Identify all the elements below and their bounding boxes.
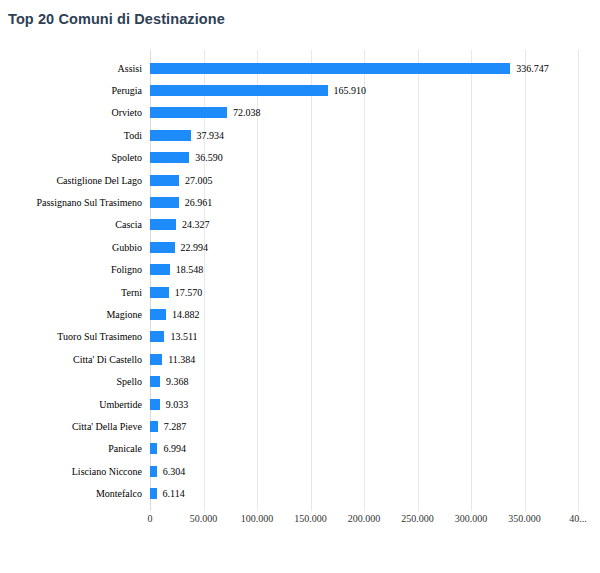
bar[interactable] (150, 309, 166, 320)
bar[interactable] (150, 488, 157, 499)
value-label: 18.548 (176, 264, 204, 275)
bar[interactable] (150, 421, 158, 432)
bar[interactable] (150, 287, 169, 298)
value-label: 36.590 (195, 152, 223, 163)
bar-row: Spello9.368 (0, 371, 600, 393)
bar[interactable] (150, 63, 510, 74)
bar-chart: Top 20 Comuni di Destinazione Assisi336.… (0, 0, 600, 573)
value-label: 24.327 (182, 219, 210, 230)
bar-row: Tuoro Sul Trasimeno13.511 (0, 326, 600, 348)
bar-rows: Assisi336.747Perugia165.910Orvieto72.038… (0, 57, 600, 505)
bar-row: Magione14.882 (0, 303, 600, 325)
value-label: 6.114 (163, 488, 185, 499)
value-label: 14.882 (172, 309, 200, 320)
bar[interactable] (150, 331, 164, 342)
bar-row: Castiglione Del Lago27.005 (0, 169, 600, 191)
value-label: 6.994 (163, 443, 186, 454)
x-tick-label: 100.000 (241, 513, 274, 524)
value-label: 17.570 (175, 287, 203, 298)
category-label: Castiglione Del Lago (0, 175, 150, 186)
value-label: 26.961 (185, 197, 213, 208)
category-label: Passignano Sul Trasimeno (0, 197, 150, 208)
bar[interactable] (150, 219, 176, 230)
bar[interactable] (150, 130, 191, 141)
value-label: 165.910 (334, 85, 367, 96)
bar[interactable] (150, 197, 179, 208)
value-label: 13.511 (170, 331, 197, 342)
bar[interactable] (150, 152, 189, 163)
category-label: Magione (0, 309, 150, 320)
bar-row: Umbertide9.033 (0, 393, 600, 415)
category-label: Umbertide (0, 399, 150, 410)
bar-row: Orvieto72.038 (0, 102, 600, 124)
x-tick-label: 50.000 (190, 513, 218, 524)
bar-row: Foligno18.548 (0, 259, 600, 281)
x-tick-label: 40... (569, 513, 587, 524)
bar[interactable] (150, 466, 157, 477)
bar[interactable] (150, 399, 160, 410)
value-label: 11.384 (168, 354, 195, 365)
category-label: Todi (0, 130, 150, 141)
category-label: Citta' Di Castello (0, 354, 150, 365)
bar-row: Perugia165.910 (0, 79, 600, 101)
bar[interactable] (150, 85, 328, 96)
bar[interactable] (150, 376, 160, 387)
bar[interactable] (150, 443, 157, 454)
category-label: Spoleto (0, 152, 150, 163)
value-label: 9.033 (166, 399, 189, 410)
value-label: 336.747 (516, 63, 549, 74)
value-label: 9.368 (166, 376, 189, 387)
bar-row: Citta' Di Castello11.384 (0, 348, 600, 370)
value-label: 7.287 (164, 421, 187, 432)
category-label: Assisi (0, 63, 150, 74)
category-label: Panicale (0, 443, 150, 454)
bar-row: Passignano Sul Trasimeno26.961 (0, 191, 600, 213)
bar-row: Lisciano Niccone6.304 (0, 460, 600, 482)
category-label: Orvieto (0, 107, 150, 118)
bar-row: Cascia24.327 (0, 214, 600, 236)
category-label: Terni (0, 287, 150, 298)
bar[interactable] (150, 175, 179, 186)
category-label: Citta' Della Pieve (0, 421, 150, 432)
value-label: 27.005 (185, 175, 213, 186)
category-label: Lisciano Niccone (0, 466, 150, 477)
x-tick-label: 0 (148, 513, 153, 524)
x-tick-label: 150.000 (294, 513, 327, 524)
category-label: Perugia (0, 85, 150, 96)
bar-row: Citta' Della Pieve7.287 (0, 415, 600, 437)
bar[interactable] (150, 264, 170, 275)
x-axis: 050.000100.000150.000200.000250.000300.0… (150, 513, 600, 529)
bar[interactable] (150, 107, 227, 118)
value-label: 6.304 (163, 466, 186, 477)
chart-title: Top 20 Comuni di Destinazione (8, 11, 600, 27)
bar-row: Panicale6.994 (0, 438, 600, 460)
bar-row: Todi37.934 (0, 124, 600, 146)
category-label: Tuoro Sul Trasimeno (0, 331, 150, 342)
x-tick-label: 350.000 (508, 513, 541, 524)
value-label: 22.994 (181, 242, 209, 253)
bar-row: Spoleto36.590 (0, 147, 600, 169)
x-tick-label: 250.000 (401, 513, 434, 524)
bar[interactable] (150, 242, 175, 253)
value-label: 72.038 (233, 107, 261, 118)
category-label: Foligno (0, 264, 150, 275)
category-label: Montefalco (0, 488, 150, 499)
bar-row: Montefalco6.114 (0, 483, 600, 505)
category-label: Spello (0, 376, 150, 387)
category-label: Gubbio (0, 242, 150, 253)
category-label: Cascia (0, 219, 150, 230)
bar[interactable] (150, 354, 162, 365)
value-label: 37.934 (197, 130, 225, 141)
x-tick-label: 300.000 (455, 513, 488, 524)
bar-row: Gubbio22.994 (0, 236, 600, 258)
bar-row: Assisi336.747 (0, 57, 600, 79)
bar-row: Terni17.570 (0, 281, 600, 303)
x-tick-label: 200.000 (348, 513, 381, 524)
